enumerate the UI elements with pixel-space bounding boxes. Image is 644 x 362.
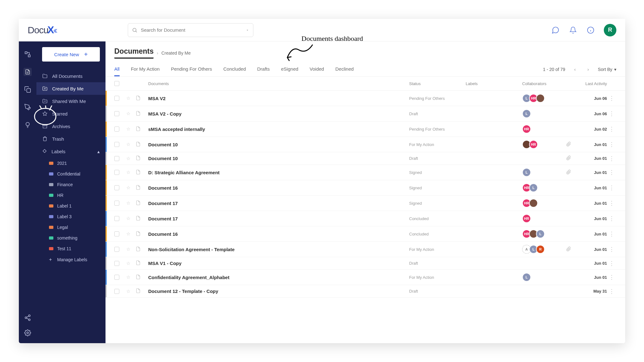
row-menu-icon[interactable]: ⋮ bbox=[609, 111, 614, 117]
rail-copy-icon[interactable] bbox=[24, 85, 32, 94]
table-row[interactable]: ☆ Document 16 Signed HRL Jun 01 ⋮ bbox=[106, 180, 625, 196]
tab-pending-for-others[interactable]: Pending For Others bbox=[171, 62, 212, 76]
row-menu-icon[interactable]: ⋮ bbox=[609, 95, 614, 101]
row-checkbox[interactable] bbox=[114, 216, 119, 221]
search-dropdown-icon[interactable] bbox=[246, 28, 249, 32]
row-menu-icon[interactable]: ⋮ bbox=[609, 126, 614, 132]
rail-workflow-icon[interactable] bbox=[24, 50, 32, 58]
sort-by-dropdown[interactable]: Sort By ▾ bbox=[598, 67, 616, 72]
table-row[interactable]: ☆ Document 10 For My Action HR Jun 01 ⋮ bbox=[106, 137, 625, 152]
row-checkbox[interactable] bbox=[114, 185, 119, 190]
row-checkbox[interactable] bbox=[114, 111, 119, 116]
row-checkbox[interactable] bbox=[114, 201, 119, 206]
label-item-something[interactable]: something bbox=[36, 233, 106, 243]
star-icon[interactable]: ☆ bbox=[126, 289, 130, 294]
row-menu-icon[interactable]: ⋮ bbox=[609, 200, 614, 206]
user-avatar[interactable]: R bbox=[604, 24, 616, 36]
bell-icon[interactable] bbox=[569, 26, 577, 35]
row-menu-icon[interactable]: ⋮ bbox=[609, 260, 614, 267]
row-menu-icon[interactable]: ⋮ bbox=[609, 288, 614, 294]
tab-esigned[interactable]: eSigned bbox=[281, 62, 298, 76]
star-icon[interactable]: ☆ bbox=[126, 261, 130, 266]
row-menu-icon[interactable]: ⋮ bbox=[609, 141, 614, 148]
sidebar-item-starred[interactable]: Starred bbox=[36, 107, 106, 120]
table-row[interactable]: ☆ Document 17 Signed HR Jun 01 ⋮ bbox=[106, 196, 625, 211]
labels-header[interactable]: Labels ▴ bbox=[36, 145, 106, 158]
manage-labels[interactable]: + Manage Labels bbox=[36, 254, 106, 265]
table-row[interactable]: ☆ sMSA accepted internally Pending For O… bbox=[106, 122, 625, 137]
star-icon[interactable]: ☆ bbox=[126, 231, 130, 236]
tab-concluded[interactable]: Concluded bbox=[223, 62, 246, 76]
sidebar-item-archives[interactable]: Archives bbox=[36, 120, 106, 132]
search-input[interactable] bbox=[141, 27, 246, 33]
label-item-legal[interactable]: Legal bbox=[36, 222, 106, 233]
star-icon[interactable]: ☆ bbox=[126, 126, 130, 132]
label-item-test-11[interactable]: Test 11 bbox=[36, 243, 106, 254]
star-icon[interactable]: ☆ bbox=[126, 111, 130, 116]
row-checkbox[interactable] bbox=[114, 96, 119, 101]
create-new-button[interactable]: Create New + bbox=[42, 47, 100, 62]
row-checkbox[interactable] bbox=[114, 127, 119, 132]
star-icon[interactable]: ☆ bbox=[126, 142, 130, 147]
col-status[interactable]: Status bbox=[409, 81, 466, 86]
star-icon[interactable]: ☆ bbox=[126, 185, 130, 190]
row-menu-icon[interactable]: ⋮ bbox=[609, 246, 614, 252]
row-checkbox[interactable] bbox=[114, 247, 119, 252]
label-item-finance[interactable]: Finance bbox=[36, 179, 106, 190]
rail-share-icon[interactable] bbox=[24, 314, 32, 322]
row-menu-icon[interactable]: ⋮ bbox=[609, 231, 614, 237]
tab-drafts[interactable]: Drafts bbox=[257, 62, 270, 76]
label-item-label-1[interactable]: Label 1 bbox=[36, 201, 106, 211]
table-row[interactable]: ☆ Document 12 - Template - Copy Draft Ma… bbox=[106, 285, 625, 298]
row-checkbox[interactable] bbox=[114, 156, 119, 161]
col-last-activity[interactable]: Last Activity bbox=[579, 81, 607, 86]
row-checkbox[interactable] bbox=[114, 275, 119, 280]
label-item-confidential[interactable]: Confidential bbox=[36, 169, 106, 179]
pager-prev[interactable]: ‹ bbox=[571, 66, 578, 73]
rail-pen-icon[interactable] bbox=[24, 103, 32, 111]
table-row[interactable]: ☆ Non-Solicitation Agreement - Template … bbox=[106, 242, 625, 257]
pager-next[interactable]: › bbox=[585, 66, 592, 73]
rail-idea-icon[interactable] bbox=[24, 121, 32, 129]
tab-all[interactable]: All bbox=[114, 62, 120, 76]
table-row[interactable]: ☆ D: Strategic Alliance Agreement Signed… bbox=[106, 165, 625, 180]
rail-settings-icon[interactable] bbox=[24, 329, 32, 337]
sidebar-item-trash[interactable]: Trash bbox=[36, 132, 106, 145]
row-menu-icon[interactable]: ⋮ bbox=[609, 215, 614, 222]
star-icon[interactable]: ☆ bbox=[126, 274, 130, 280]
row-checkbox[interactable] bbox=[114, 142, 119, 147]
label-item-hr[interactable]: HR bbox=[36, 190, 106, 201]
label-item-2021[interactable]: 2021 bbox=[36, 158, 106, 169]
col-labels[interactable]: Labels bbox=[466, 81, 522, 86]
table-row[interactable]: ☆ MSA V2 Pending For Others LHR Jun 06 ⋮ bbox=[106, 91, 625, 106]
sidebar-item-all-documents[interactable]: All Documents bbox=[36, 70, 106, 82]
star-icon[interactable]: ☆ bbox=[126, 246, 130, 252]
row-menu-icon[interactable]: ⋮ bbox=[609, 155, 614, 162]
row-checkbox[interactable] bbox=[114, 261, 119, 266]
star-icon[interactable]: ☆ bbox=[126, 95, 130, 101]
star-icon[interactable]: ☆ bbox=[126, 170, 130, 175]
row-menu-icon[interactable]: ⋮ bbox=[609, 169, 614, 176]
star-icon[interactable]: ☆ bbox=[126, 216, 130, 221]
table-row[interactable]: ☆ MSA V2 - Copy Draft L Jun 06 ⋮ bbox=[106, 106, 625, 122]
info-icon[interactable] bbox=[586, 26, 595, 35]
row-checkbox[interactable] bbox=[114, 170, 119, 175]
tab-for-my-action[interactable]: For My Action bbox=[131, 62, 160, 76]
col-documents[interactable]: Documents bbox=[148, 81, 409, 86]
sidebar-item-created-by-me[interactable]: Created By Me bbox=[36, 82, 106, 95]
star-icon[interactable]: ☆ bbox=[126, 200, 130, 206]
table-row[interactable]: ☆ MSA V1 - Copy Draft Jun 01 ⋮ bbox=[106, 257, 625, 270]
row-menu-icon[interactable]: ⋮ bbox=[609, 274, 614, 280]
sidebar-item-shared-with-me[interactable]: Shared With Me bbox=[36, 95, 106, 107]
row-checkbox[interactable] bbox=[114, 231, 119, 236]
rail-doc-icon[interactable] bbox=[24, 68, 32, 76]
table-row[interactable]: ☆ Document 16 Concluded HRL Jun 01 ⋮ bbox=[106, 226, 625, 242]
row-checkbox[interactable] bbox=[114, 289, 119, 294]
tab-voided[interactable]: Voided bbox=[310, 62, 324, 76]
tab-declined[interactable]: Declined bbox=[335, 62, 354, 76]
col-collaborators[interactable]: Collaborators bbox=[522, 81, 566, 86]
search-box[interactable] bbox=[128, 23, 253, 37]
label-item-label-3[interactable]: Label 3 bbox=[36, 211, 106, 222]
table-row[interactable]: ☆ Confidentiality Agreement_Alphabet For… bbox=[106, 270, 625, 285]
table-row[interactable]: ☆ Document 17 Concluded HR Jun 01 ⋮ bbox=[106, 211, 625, 226]
